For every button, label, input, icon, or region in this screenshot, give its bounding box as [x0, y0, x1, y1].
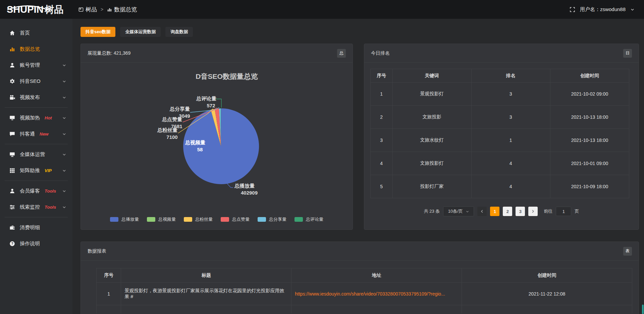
username-label: 用户名：zswodun88 [580, 6, 626, 13]
sidebar-item-全媒体运营[interactable]: 全媒体运营 [0, 146, 72, 162]
sidebar-item-label: 视频发布 [20, 94, 40, 101]
sidebar-item-suffix-badge: Tools [45, 205, 56, 210]
monitor-play-icon [9, 115, 15, 121]
svg-text:58: 58 [197, 147, 203, 152]
legend-item-总播放量[interactable]: 总播放量 [110, 216, 139, 222]
chevron-down-icon [62, 95, 66, 100]
svg-text:总分享量: 总分享量 [169, 106, 190, 112]
tab-抖音seo数据[interactable]: 抖音seo数据 [80, 27, 115, 37]
sidebar-item-chevron [62, 152, 66, 157]
report-column-header: 地址 [291, 268, 462, 283]
report-cell-url [291, 305, 462, 313]
day-badge-button[interactable]: 日 [623, 49, 632, 58]
rank-cell: 4 [371, 152, 393, 175]
page-button-3[interactable]: 3 [516, 207, 525, 216]
chevron-down-icon [62, 168, 66, 173]
report-column-header: 标题 [121, 268, 291, 283]
legend-label: 总视频量 [158, 216, 176, 222]
sidebar-item-label: 抖客通 [20, 131, 35, 137]
sidebar-item-label: 会员爆客 [20, 188, 40, 194]
rank-cell: 4 [471, 175, 550, 198]
chevron-right-icon [531, 209, 535, 213]
rank-table: 序号关键词排名创建时间 1景观投影灯32021-10-02 09:002文旅投影… [370, 69, 629, 198]
chart-bars-icon [107, 7, 112, 12]
page-button-1[interactable]: 1 [490, 207, 499, 216]
pie-slice-总播放量[interactable] [183, 108, 259, 184]
report-cell-no [97, 305, 121, 313]
report-cell-time [462, 305, 632, 313]
sidebar-item-线索监控[interactable]: 线索监控Tools [0, 199, 72, 215]
legend-item-总视频量[interactable]: 总视频量 [147, 216, 176, 222]
sidebar-item-label: 数据总览 [20, 46, 40, 52]
sidebar-item-视频加热[interactable]: 视频加热Hot [0, 110, 72, 126]
next-page-button[interactable] [528, 207, 538, 216]
report-table-row: 1景观投影灯，夜游景观投影灯厂家展示展示落花灯在花园里的灯光投影应用效果 #ht… [97, 283, 632, 305]
panel-title-impressions-total: 展现量总数: 421,369 [88, 50, 130, 56]
rank-cell: 文旅水纹灯 [392, 129, 471, 152]
table-badge-button[interactable]: 表 [623, 247, 632, 256]
rank-cell: 1 [371, 83, 393, 106]
rank-cell: 2021-10-01 09:00 [550, 152, 629, 175]
goto-page-input[interactable] [556, 207, 571, 216]
rank-cell: 4 [471, 152, 550, 175]
rank-cell: 文旅投影 [392, 106, 471, 129]
app-logo: SHUPIN 树品 [0, 5, 72, 14]
sidebar-item-抖客通[interactable]: 抖客通New [0, 126, 72, 142]
svg-text:总点赞量: 总点赞量 [162, 116, 182, 122]
legend-swatch [184, 217, 192, 222]
sidebar-item-首页[interactable]: 首页 [0, 25, 72, 41]
svg-text:总视频量: 总视频量 [185, 140, 205, 145]
breadcrumb-item-home[interactable]: 树品 [78, 6, 97, 13]
rank-cell: 2021-10-09 18:00 [550, 175, 629, 198]
tab-询盘数据[interactable]: 询盘数据 [165, 27, 193, 37]
breadcrumb-separator: > [101, 7, 103, 12]
fullscreen-icon[interactable] [570, 7, 575, 12]
rank-cell: 文旅投影灯 [392, 152, 471, 175]
sidebar-item-label: 抖音SEO [20, 78, 41, 85]
username-prefix: 用户名： [580, 6, 600, 12]
breadcrumb-item-current[interactable]: 数据总览 [107, 6, 137, 13]
page-size-select[interactable]: 10条/页 [443, 206, 474, 216]
sidebar-item-数据总览[interactable]: 数据总览 [0, 41, 72, 57]
video-link[interactable]: https://www.iesdouyin.com/share/video/70… [295, 291, 445, 297]
sidebar-item-会员爆客[interactable]: 会员爆客Tools [0, 183, 72, 199]
sidebar-item-label: 账号管理 [20, 62, 40, 68]
user-icon [9, 62, 15, 68]
sidebar-item-账号管理[interactable]: 账号管理 [0, 57, 72, 73]
chevron-down-icon [466, 210, 469, 213]
legend-item-总点赞量[interactable]: 总点赞量 [221, 216, 250, 222]
rank-cell: 2021-10-13 18:00 [550, 129, 629, 152]
legend-swatch [258, 217, 266, 222]
sidebar-divider [5, 144, 68, 144]
legend-swatch [110, 217, 118, 222]
legend-item-总粉丝量[interactable]: 总粉丝量 [184, 216, 213, 222]
prev-page-button[interactable] [477, 207, 487, 216]
rank-table-row: 4文旅投影灯42021-10-01 09:00 [371, 152, 629, 175]
total-badge-button[interactable]: 总 [337, 49, 346, 58]
report-cell-url: https://www.iesdouyin.com/share/video/70… [291, 283, 462, 305]
sidebar-item-矩阵助推[interactable]: 矩阵助推VIP [0, 162, 72, 178]
legend-item-总分享量[interactable]: 总分享量 [258, 216, 286, 222]
wallet-icon [9, 225, 15, 230]
sidebar-item-操作说明[interactable]: ?操作说明 [0, 235, 72, 252]
sidebar-item-视频发布[interactable]: 视频发布 [0, 89, 72, 105]
breadcrumb-label: 数据总览 [114, 6, 137, 13]
sidebar-item-抖音SEO[interactable]: 抖音SEO [0, 73, 72, 89]
rank-cell: 3 [471, 106, 550, 129]
sidebar-item-label: 线索监控 [20, 204, 40, 210]
sidebar-item-suffix-badge: Hot [45, 115, 52, 120]
tab-全媒体运营数据[interactable]: 全媒体运营数据 [120, 27, 161, 37]
legend-item-总评论量[interactable]: 总评论量 [294, 216, 323, 222]
grid-icon [9, 168, 15, 173]
main-content: 抖音seo数据全媒体运营数据询盘数据 展现量总数: 421,369 总 D音SE… [72, 19, 644, 314]
pie-label-line-总评论量 [216, 99, 221, 108]
sidebar-item-消费明细[interactable]: 消费明细 [0, 219, 72, 235]
legend-swatch [147, 217, 155, 222]
page-button-2[interactable]: 2 [503, 207, 512, 216]
sidebar-item-chevron [62, 95, 66, 100]
user-menu-chevron-icon[interactable] [630, 7, 635, 12]
scrollbar-thumb[interactable] [642, 305, 644, 314]
rank-table-row: 3文旅水纹灯12021-10-13 18:00 [371, 129, 629, 152]
goto-unit: 页 [575, 208, 579, 214]
sidebar-item-label: 视频加热 [20, 115, 40, 121]
